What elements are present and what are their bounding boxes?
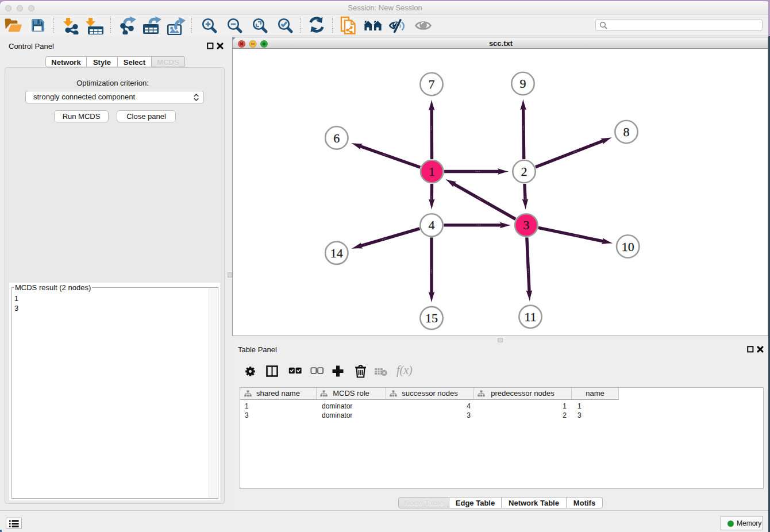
svg-text:8: 8 <box>623 125 630 139</box>
svg-text:7: 7 <box>429 77 435 91</box>
svg-text:9: 9 <box>520 76 526 91</box>
svg-text:15: 15 <box>425 311 438 325</box>
svg-text:2: 2 <box>521 164 528 179</box>
svg-text:11: 11 <box>524 310 536 324</box>
svg-text:10: 10 <box>622 240 634 254</box>
svg-text:1: 1 <box>429 164 435 179</box>
svg-text:6: 6 <box>333 131 340 145</box>
svg-text:3: 3 <box>523 218 529 232</box>
svg-text:4: 4 <box>429 218 435 232</box>
svg-text:14: 14 <box>330 246 343 260</box>
